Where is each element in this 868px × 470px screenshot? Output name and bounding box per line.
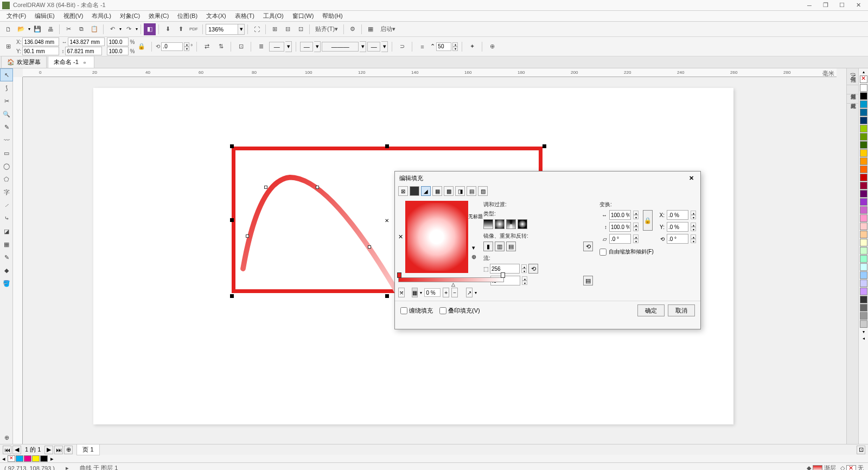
x-position-input[interactable]	[22, 37, 59, 46]
preset-dropdown-icon[interactable]: ▾	[472, 244, 475, 251]
color-swatch[interactable]	[860, 271, 867, 279]
selection-handle[interactable]	[542, 144, 546, 148]
angle-input[interactable]	[161, 42, 183, 51]
import-button[interactable]: ⬇	[162, 23, 174, 35]
quick-customize-toolbox[interactable]: ⊕	[0, 431, 13, 444]
color-swatch[interactable]	[860, 288, 867, 295]
zoom-dropdown[interactable]: ▾	[238, 24, 245, 35]
vertical-ruler[interactable]	[13, 77, 23, 444]
tab-document-1[interactable]: 未命名 -1 ▫	[48, 56, 94, 68]
pick-tool[interactable]: ↖	[0, 68, 13, 81]
cut-button[interactable]: ✂	[62, 23, 74, 35]
docker-tab-object-properties[interactable]: 对象属性	[847, 85, 858, 94]
fill-two-color-tab[interactable]: ◨	[455, 186, 465, 196]
accel-options-button[interactable]: ▤	[583, 276, 593, 285]
dropdown-arrow-icon[interactable]: ▾	[136, 27, 138, 31]
snap3-button[interactable]: ⊡	[295, 23, 307, 35]
selection-handle[interactable]	[230, 144, 234, 148]
color-swatch[interactable]	[860, 255, 867, 263]
artistic-media-tool[interactable]: 〰	[0, 134, 13, 147]
menu-table[interactable]: 表格(T)	[231, 11, 259, 21]
palette-next-icon[interactable]: ▸	[50, 455, 54, 462]
gradient-strip[interactable]: △	[398, 277, 504, 282]
last-page-button[interactable]: ⏭	[54, 446, 63, 454]
linear-type-button[interactable]	[483, 219, 493, 229]
arrow-end[interactable]: —	[367, 42, 380, 52]
color-swatch[interactable]	[860, 190, 867, 198]
winding-fill-checkbox[interactable]	[400, 307, 407, 314]
color-swatch[interactable]	[860, 84, 867, 92]
ok-button[interactable]: 确定	[637, 304, 665, 316]
color-swatch[interactable]	[860, 312, 867, 320]
connector-tool[interactable]: ⤷	[0, 212, 13, 225]
color-swatch[interactable]	[860, 149, 867, 157]
menu-view[interactable]: 视图(V)	[59, 11, 88, 21]
selection-handle[interactable]	[230, 218, 234, 222]
node-color-picker[interactable]: ▦	[412, 288, 418, 297]
red-curve-shape[interactable]	[234, 175, 413, 310]
menu-effects[interactable]: 效果(C)	[144, 11, 173, 21]
gradient-start-marker[interactable]	[397, 272, 401, 278]
undo-button[interactable]: ↶	[106, 23, 118, 35]
color-eyedropper-tool[interactable]: ✎	[0, 251, 13, 264]
color-swatch[interactable]	[860, 280, 867, 287]
color-swatch[interactable]	[860, 133, 867, 141]
color-swatch[interactable]	[860, 198, 867, 206]
order-button[interactable]: ⊡	[235, 41, 247, 53]
outline-button[interactable]: ≡	[416, 41, 428, 53]
lock-transform-button[interactable]: 🔒	[643, 210, 653, 231]
add-page-button[interactable]: ⊕	[64, 446, 73, 454]
lock-ratio-button[interactable]: 🔒	[136, 41, 148, 53]
menu-text[interactable]: 文本(X)	[202, 11, 231, 21]
restore-button[interactable]: ❐	[818, 1, 833, 10]
minimize-button[interactable]: ─	[802, 1, 817, 10]
curve-node[interactable]	[368, 245, 371, 249]
selection-handle[interactable]	[385, 294, 389, 298]
free-scale-checkbox[interactable]	[599, 249, 607, 256]
copy-button[interactable]: ⧉	[75, 23, 87, 35]
menu-layout[interactable]: 布局(L)	[87, 11, 115, 21]
fill-postscript-tab[interactable]: ▨	[478, 186, 488, 196]
quick-customize-button[interactable]: ⊕	[486, 41, 498, 53]
angle-down[interactable]: ▾	[184, 47, 189, 51]
fill-vector-pattern-tab[interactable]: ▦	[432, 186, 442, 196]
export-button[interactable]: ⬆	[175, 23, 187, 35]
selection-handle[interactable]	[230, 294, 234, 298]
maximize-button[interactable]: ☐	[834, 1, 850, 10]
nav-extra-button[interactable]: ⊡	[857, 446, 865, 454]
color-swatch[interactable]	[860, 206, 867, 214]
fill-uniform-tab[interactable]	[410, 186, 419, 196]
scale-x-input[interactable]	[107, 37, 129, 46]
color-swatch[interactable]	[860, 231, 867, 238]
dropdown-arrow-icon[interactable]: ▾	[28, 27, 30, 31]
preview-close-icon[interactable]: ✕	[398, 233, 403, 240]
color-swatch[interactable]	[860, 141, 867, 149]
overprint-fill-checkbox[interactable]	[439, 307, 446, 314]
zoom-input[interactable]	[206, 24, 238, 35]
cancel-button[interactable]: 取消	[668, 304, 695, 316]
elliptical-type-button[interactable]	[495, 219, 505, 229]
node-delete-button[interactable]: −	[451, 288, 458, 297]
drop-shadow-tool[interactable]: ◪	[0, 225, 13, 238]
fill-texture-tab[interactable]: ▤	[467, 186, 476, 196]
steps-lock-button[interactable]: ⟲	[528, 264, 538, 274]
docker-tab-properties[interactable]: 属性(N)	[847, 68, 858, 85]
snap1-button[interactable]: ⊞	[269, 23, 280, 35]
color-swatch[interactable]	[860, 109, 867, 116]
next-page-button[interactable]: ▶	[44, 446, 53, 454]
skew-input[interactable]	[609, 234, 631, 244]
fill-bitmap-pattern-tab[interactable]: ▩	[444, 186, 454, 196]
gradient-end-marker[interactable]	[501, 272, 505, 278]
color-swatch[interactable]	[860, 92, 867, 100]
color-swatch[interactable]	[860, 182, 867, 189]
color-swatch[interactable]	[860, 239, 867, 246]
selection-handle[interactable]	[385, 144, 389, 148]
convert-button[interactable]: ✦	[466, 41, 478, 53]
interactive-fill-tool[interactable]: ◆	[0, 264, 13, 277]
doc-color-swatch[interactable]	[16, 455, 23, 462]
palette-scroll-up[interactable]: ▴	[859, 68, 868, 75]
close-curve-button[interactable]: ⊃	[396, 41, 408, 53]
search-content-button[interactable]: ◧	[144, 23, 156, 35]
palette-scroll-down[interactable]: ▾	[859, 328, 868, 335]
palette-expand[interactable]: ◂	[859, 335, 868, 341]
